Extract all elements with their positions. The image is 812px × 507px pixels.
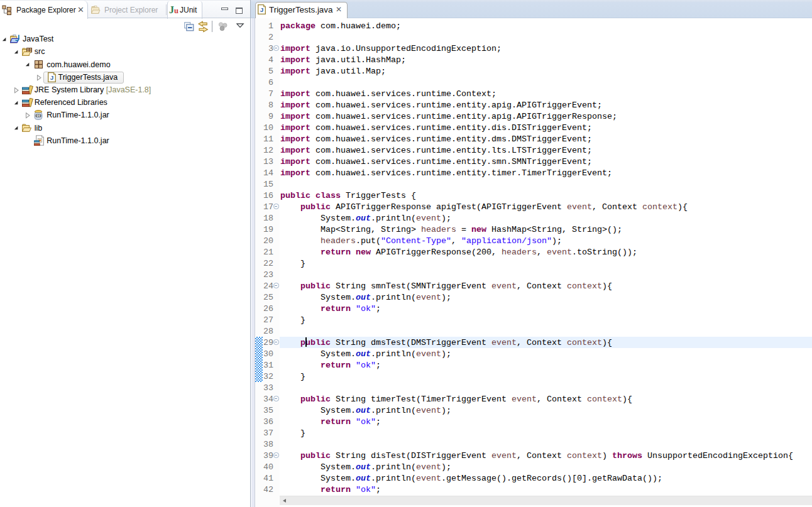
svg-text:J: J <box>50 74 53 80</box>
svg-text:J: J <box>260 6 263 13</box>
svg-text:010: 010 <box>35 114 41 118</box>
